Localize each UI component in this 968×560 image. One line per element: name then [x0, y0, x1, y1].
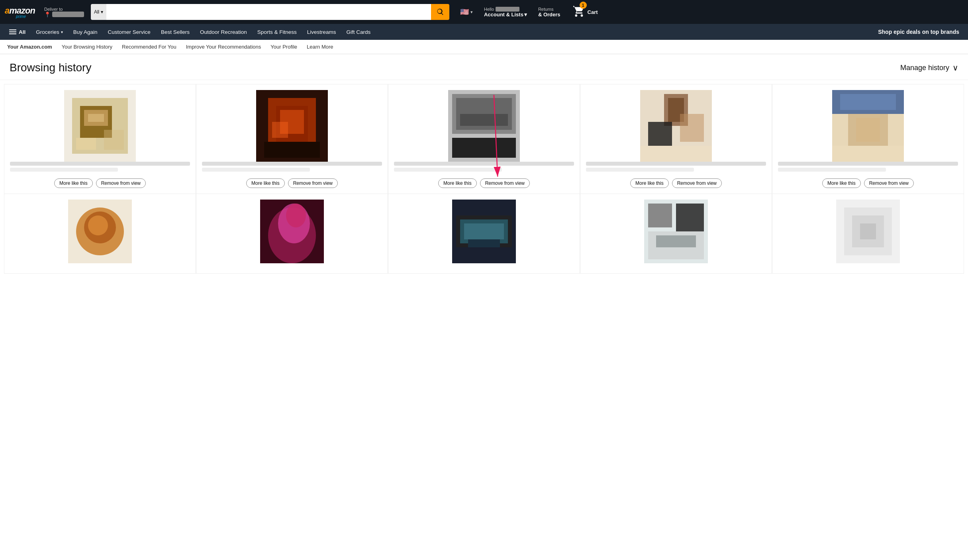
remove-from-view-btn-3[interactable]: Remove from view — [480, 178, 530, 188]
search-category-dropdown[interactable]: All ▾ — [91, 4, 106, 20]
nav-best-sellers[interactable]: Best Sellers — [157, 26, 194, 38]
subnav-learn-more[interactable]: Learn More — [306, 42, 334, 51]
nav-outdoor-recreation[interactable]: Outdoor Recreation — [196, 26, 251, 38]
location-value — [52, 12, 84, 17]
search-button[interactable] — [431, 4, 449, 20]
remove-from-view-btn-1[interactable]: Remove from view — [96, 178, 146, 188]
product-card-3: More like this Remove from view — [388, 84, 580, 194]
product-actions-3: More like this Remove from view — [438, 178, 530, 188]
chevron-down-icon: ▾ — [101, 9, 103, 15]
product-image-2 — [256, 90, 328, 162]
manage-history-button[interactable]: Manage history ∨ — [900, 63, 958, 72]
nav-promo[interactable]: Shop epic deals on top brands — [874, 26, 963, 37]
nav-customer-service[interactable]: Customer Service — [104, 26, 155, 38]
product-desc-3 — [394, 162, 574, 174]
browsing-history-header: Browsing history Manage history ∨ — [0, 54, 968, 80]
product-image-7 — [260, 200, 324, 263]
product-card-1: More like this Remove from view — [4, 84, 196, 194]
product-image-9 — [644, 200, 708, 263]
nav-right-section: 🇺🇸 ▾ Hello Account & Lists ▾ Returns & O… — [457, 3, 601, 22]
product-card-2: More like this Remove from view — [196, 84, 388, 194]
location-selector[interactable]: Deliver to 📍 — [41, 5, 87, 20]
product-actions-1: More like this Remove from view — [54, 178, 146, 188]
all-menu-button[interactable]: All — [5, 26, 30, 38]
product-desc-4 — [586, 162, 766, 174]
svg-rect-30 — [832, 146, 904, 162]
remove-from-view-btn-2[interactable]: Remove from view — [288, 178, 338, 188]
product-grid-row2 — [0, 194, 968, 278]
more-like-this-btn-5[interactable]: More like this — [822, 178, 861, 188]
product-grid-row1: More like this Remove from view More lik… — [0, 80, 968, 194]
svg-rect-17 — [452, 138, 516, 158]
more-like-this-btn-1[interactable]: More like this — [54, 178, 93, 188]
account-name-blurred — [496, 7, 519, 12]
product-card-4: More like this Remove from view — [580, 84, 772, 194]
remove-from-view-btn-5[interactable]: Remove from view — [864, 178, 914, 188]
subnav-improve-recommendations[interactable]: Improve Your Recommendations — [185, 42, 262, 51]
us-flag-icon: 🇺🇸 — [460, 8, 469, 16]
amazon-logo[interactable]: amazon prime — [5, 6, 35, 19]
product-desc-5 — [778, 162, 958, 174]
chevron-down-icon: ∨ — [952, 63, 958, 72]
product-card-10 — [772, 194, 964, 274]
nav-groceries[interactable]: Groceries ▾ — [31, 26, 67, 38]
svg-rect-54 — [860, 223, 876, 239]
product-image-5 — [832, 90, 904, 162]
hamburger-icon — [9, 29, 16, 34]
prime-badge: prime — [16, 14, 26, 19]
product-desc-2 — [202, 162, 382, 174]
subnav-recommended[interactable]: Recommended For You — [121, 42, 177, 51]
subnav-your-amazon[interactable]: Your Amazon.com — [6, 42, 53, 51]
account-menu[interactable]: Hello Account & Lists ▾ — [481, 5, 530, 20]
browsing-history-title: Browsing history — [10, 61, 91, 74]
svg-point-40 — [286, 204, 306, 227]
cart-count-badge: 1 — [580, 2, 587, 9]
returns-orders[interactable]: Returns & Orders — [535, 5, 563, 20]
more-like-this-btn-3[interactable]: More like this — [438, 178, 477, 188]
nav-gift-cards[interactable]: Gift Cards — [342, 26, 375, 38]
product-image-3 — [448, 90, 520, 162]
product-card-9 — [580, 194, 772, 274]
svg-rect-13 — [272, 122, 288, 138]
svg-rect-6 — [104, 130, 124, 150]
product-grid-wrapper: More like this Remove from view More lik… — [0, 80, 968, 194]
svg-point-36 — [88, 215, 108, 235]
search-input[interactable] — [106, 4, 431, 20]
product-image-10 — [836, 200, 900, 263]
product-actions-2: More like this Remove from view — [246, 178, 338, 188]
nav-livestreams[interactable]: Livestreams — [303, 26, 341, 38]
more-like-this-btn-4[interactable]: More like this — [630, 178, 669, 188]
product-image-1 — [64, 90, 136, 162]
subnav-browsing-history[interactable]: Your Browsing History — [61, 42, 113, 51]
nav-buy-again[interactable]: Buy Again — [69, 26, 102, 38]
search-icon — [436, 8, 444, 16]
chevron-down-icon: ▾ — [61, 30, 63, 34]
svg-rect-24 — [640, 146, 712, 162]
chevron-down-icon: ▾ — [470, 10, 473, 15]
subnav-your-profile[interactable]: Your Profile — [270, 42, 298, 51]
product-card-7 — [196, 194, 388, 274]
search-bar: All ▾ — [91, 4, 449, 20]
main-navigation: All Groceries ▾ Buy Again Customer Servi… — [0, 24, 968, 40]
svg-rect-29 — [856, 118, 880, 142]
cart-button[interactable]: 1 Cart — [569, 3, 601, 22]
svg-rect-4 — [88, 114, 104, 122]
product-card-8 — [388, 194, 580, 274]
svg-rect-45 — [468, 239, 500, 247]
svg-rect-5 — [76, 138, 96, 150]
country-selector[interactable]: 🇺🇸 ▾ — [457, 6, 476, 18]
more-like-this-btn-2[interactable]: More like this — [246, 178, 285, 188]
svg-rect-48 — [676, 204, 704, 231]
svg-rect-44 — [464, 223, 504, 239]
remove-from-view-btn-4[interactable]: Remove from view — [672, 178, 722, 188]
product-card-6 — [4, 194, 196, 274]
product-desc-1 — [10, 162, 190, 174]
product-actions-5: More like this Remove from view — [822, 178, 914, 188]
product-image-6 — [68, 200, 132, 263]
location-pin-icon: 📍 — [44, 12, 51, 18]
svg-rect-22 — [648, 122, 672, 146]
nav-sports-fitness[interactable]: Sports & Fitness — [253, 26, 301, 38]
top-navigation: amazon prime Deliver to 📍 All ▾ 🇺🇸 ▾ — [0, 0, 968, 24]
svg-rect-50 — [656, 235, 696, 247]
svg-rect-47 — [648, 204, 672, 227]
